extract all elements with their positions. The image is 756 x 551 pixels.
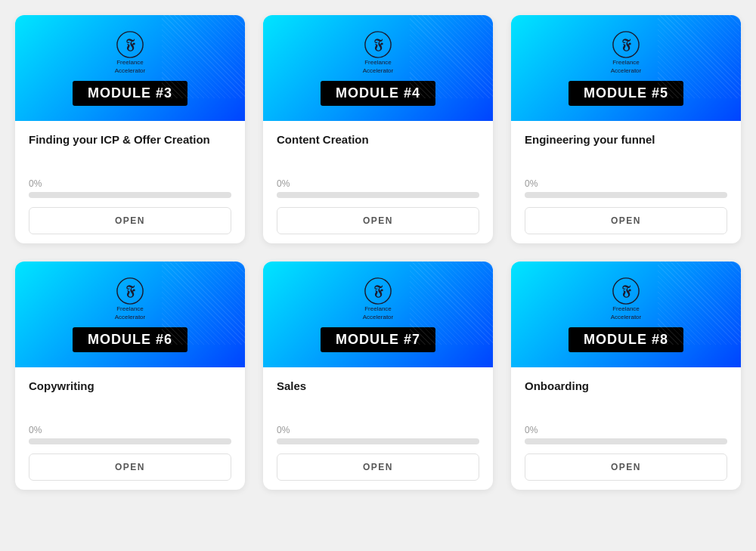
module-card-3: 𝔉 FreelanceAccelerator MODULE #3 Finding… <box>15 15 245 243</box>
card-body: Finding your ICP & Offer Creation 0% OPE… <box>15 121 245 243</box>
module-badge: MODULE #7 <box>321 327 435 352</box>
open-button[interactable]: OPEN <box>29 453 231 481</box>
progress-label: 0% <box>525 178 727 189</box>
module-card-7: 𝔉 FreelanceAccelerator MODULE #7 Sales 0… <box>263 262 493 490</box>
card-header: 𝔉 FreelanceAccelerator MODULE #3 <box>15 15 245 121</box>
freelance-accelerator-logo-icon: 𝔉 <box>612 30 640 59</box>
freelance-accelerator-logo-icon: 𝔉 <box>364 277 392 305</box>
progress-label: 0% <box>277 425 479 435</box>
module-title: Onboarding <box>525 379 727 410</box>
module-title: Content Creation <box>277 133 479 163</box>
logo-text: FreelanceAccelerator <box>611 59 641 75</box>
card-header: 𝔉 FreelanceAccelerator MODULE #5 <box>511 15 741 121</box>
progress-label: 0% <box>29 425 231 435</box>
progress-section: 0% <box>277 178 479 198</box>
module-badge: MODULE #3 <box>73 81 187 106</box>
module-title: Finding your ICP & Offer Creation <box>29 133 231 163</box>
modules-grid: 𝔉 FreelanceAccelerator MODULE #3 Finding… <box>15 15 741 490</box>
card-body: Content Creation 0% OPEN <box>263 121 493 243</box>
svg-text:𝔉: 𝔉 <box>621 36 631 52</box>
module-card-6: 𝔉 FreelanceAccelerator MODULE #6 Copywri… <box>15 262 245 490</box>
card-body: Copywriting 0% OPEN <box>15 367 245 490</box>
svg-text:𝔉: 𝔉 <box>373 283 383 299</box>
freelance-accelerator-logo-icon: 𝔉 <box>116 30 144 59</box>
freelance-accelerator-logo-icon: 𝔉 <box>364 30 392 59</box>
card-header: 𝔉 FreelanceAccelerator MODULE #8 <box>511 262 741 367</box>
logo-area: 𝔉 FreelanceAccelerator <box>115 277 145 321</box>
module-badge: MODULE #5 <box>569 81 683 106</box>
logo-area: 𝔉 FreelanceAccelerator <box>611 277 641 321</box>
card-body: Onboarding 0% OPEN <box>511 367 741 490</box>
logo-text: FreelanceAccelerator <box>611 305 641 321</box>
progress-section: 0% <box>277 425 479 444</box>
svg-text:𝔉: 𝔉 <box>125 36 135 52</box>
progress-label: 0% <box>29 178 231 189</box>
open-button[interactable]: OPEN <box>525 207 727 234</box>
module-title: Sales <box>277 379 479 410</box>
module-card-4: 𝔉 FreelanceAccelerator MODULE #4 Content… <box>263 15 493 243</box>
progress-section: 0% <box>525 178 727 198</box>
module-title: Copywriting <box>29 379 231 410</box>
logo-text: FreelanceAccelerator <box>115 59 145 75</box>
progress-bar-container <box>29 438 231 444</box>
svg-text:𝔉: 𝔉 <box>621 283 631 299</box>
card-header: 𝔉 FreelanceAccelerator MODULE #6 <box>15 262 245 367</box>
freelance-accelerator-logo-icon: 𝔉 <box>116 277 144 305</box>
progress-bar-container <box>525 192 727 198</box>
progress-label: 0% <box>277 178 479 189</box>
open-button[interactable]: OPEN <box>277 207 479 234</box>
open-button[interactable]: OPEN <box>525 453 727 481</box>
progress-section: 0% <box>525 425 727 444</box>
module-card-8: 𝔉 FreelanceAccelerator MODULE #8 Onboard… <box>511 262 741 490</box>
progress-bar-container <box>525 438 727 444</box>
logo-text: FreelanceAccelerator <box>115 305 145 321</box>
logo-area: 𝔉 FreelanceAccelerator <box>363 30 393 75</box>
progress-bar-container <box>277 438 479 444</box>
module-badge: MODULE #8 <box>569 327 683 352</box>
logo-text: FreelanceAccelerator <box>363 305 393 321</box>
progress-bar-container <box>277 192 479 198</box>
logo-area: 𝔉 FreelanceAccelerator <box>611 30 641 75</box>
progress-section: 0% <box>29 178 231 198</box>
card-header: 𝔉 FreelanceAccelerator MODULE #7 <box>263 262 493 367</box>
logo-area: 𝔉 FreelanceAccelerator <box>363 277 393 321</box>
progress-bar-container <box>29 192 231 198</box>
progress-label: 0% <box>525 425 727 435</box>
card-body: Sales 0% OPEN <box>263 367 493 490</box>
card-body: Engineering your funnel 0% OPEN <box>511 121 741 243</box>
logo-text: FreelanceAccelerator <box>363 59 393 75</box>
module-card-5: 𝔉 FreelanceAccelerator MODULE #5 Enginee… <box>511 15 741 243</box>
open-button[interactable]: OPEN <box>277 453 479 481</box>
svg-text:𝔉: 𝔉 <box>125 283 135 299</box>
svg-text:𝔉: 𝔉 <box>373 36 383 52</box>
module-badge: MODULE #4 <box>321 81 435 106</box>
open-button[interactable]: OPEN <box>29 207 231 234</box>
progress-section: 0% <box>29 425 231 444</box>
freelance-accelerator-logo-icon: 𝔉 <box>612 277 640 305</box>
logo-area: 𝔉 FreelanceAccelerator <box>115 30 145 75</box>
module-title: Engineering your funnel <box>525 133 727 163</box>
card-header: 𝔉 FreelanceAccelerator MODULE #4 <box>263 15 493 121</box>
module-badge: MODULE #6 <box>73 327 187 352</box>
